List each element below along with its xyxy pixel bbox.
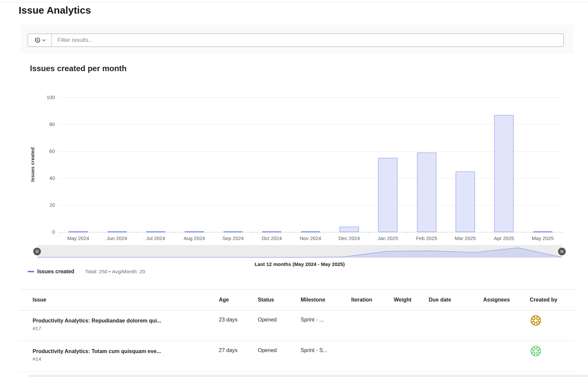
cell-milestone: Sprint - ... <box>301 311 351 323</box>
x-axis-tick <box>446 232 446 234</box>
issue-row-14: Productivity Analytics: Totam cum quisqu… <box>19 341 575 372</box>
bar-apr-2025[interactable] <box>494 115 514 232</box>
chart-zoom-slider[interactable] <box>37 245 562 258</box>
issue-link[interactable]: Productivity Analytics: Totam cum quisqu… <box>33 347 216 355</box>
y-tick-label-20: 20 <box>35 202 55 208</box>
bar-aug-2024[interactable] <box>185 231 204 232</box>
x-axis-tick <box>407 232 407 234</box>
issue-id: #17 <box>33 325 216 331</box>
x-tick-label-sep-2024: Sep 2024 <box>222 235 244 241</box>
bar-jun-2024[interactable] <box>107 231 127 232</box>
gridline-y-80 <box>59 124 562 125</box>
bar-jul-2024[interactable] <box>146 231 165 232</box>
column-header-weight: Weight <box>394 297 429 303</box>
column-header-age: Age <box>219 297 258 303</box>
column-header-status: Status <box>258 297 301 303</box>
x-tick-label-dec-2024: Dec 2024 <box>339 235 360 241</box>
bar-may-2025[interactable] <box>533 231 552 232</box>
legend-summary: Total: 250 • Avg/Month: 20 <box>85 269 145 275</box>
bar-dec-2024[interactable] <box>340 227 359 232</box>
filter-history-button[interactable] <box>28 34 52 47</box>
cell-weight <box>394 341 429 347</box>
y-tick-label-80: 80 <box>35 121 55 127</box>
cell-status: Opened <box>258 311 301 323</box>
x-axis-tick <box>485 232 485 234</box>
x-tick-label-feb-2025: Feb 2025 <box>416 235 437 241</box>
issue-link[interactable]: Productivity Analytics: Repudiandae dolo… <box>33 317 216 324</box>
x-tick-label-jun-2024: Jun 2024 <box>107 235 127 241</box>
legend-label: Issues created <box>37 269 74 275</box>
gridline-y-100 <box>59 97 562 98</box>
gridline-y-40 <box>59 178 562 179</box>
zoom-handle-left-icon[interactable] <box>33 248 41 255</box>
created-by-avatar[interactable] <box>530 346 541 356</box>
page-title: Issue Analytics <box>19 5 91 16</box>
issues-table: IssueAgeStatusMilestoneIterationWeightDu… <box>19 289 575 372</box>
filter-control <box>28 34 564 47</box>
x-tick-label-aug-2024: Aug 2024 <box>184 235 205 241</box>
chart-legend: Issues created Total: 250 • Avg/Month: 2… <box>28 269 145 275</box>
bar-feb-2025[interactable] <box>417 153 436 232</box>
x-axis-tick <box>523 232 524 234</box>
zoom-handle-right-icon[interactable] <box>558 248 566 255</box>
y-tick-label-100: 100 <box>35 94 55 100</box>
x-tick-label-jan-2025: Jan 2025 <box>377 235 398 241</box>
cell-due-date <box>429 311 483 317</box>
bar-oct-2024[interactable] <box>262 231 281 232</box>
cell-milestone: Sprint - S... <box>301 341 351 353</box>
y-tick-label-40: 40 <box>35 175 55 181</box>
x-tick-label-nov-2024: Nov 2024 <box>300 235 321 241</box>
cell-age: 23 days <box>219 311 258 323</box>
chart-title: Issues created per month <box>30 64 127 73</box>
column-header-milestone: Milestone <box>301 297 351 303</box>
x-axis-tick <box>214 232 214 234</box>
x-axis-tick <box>175 232 175 234</box>
x-axis-tick <box>59 232 59 234</box>
x-axis-tick <box>97 232 98 234</box>
bottom-strip <box>28 375 588 377</box>
cell-weight <box>394 311 429 317</box>
created-by-avatar[interactable] <box>530 315 541 326</box>
x-tick-label-jul-2024: Jul 2024 <box>146 235 165 241</box>
issues-per-month-chart: 020406080100May 2024Jun 2024Jul 2024Aug … <box>59 97 562 232</box>
zoom-slider-minimap <box>37 245 562 258</box>
chevron-down-icon <box>42 39 46 42</box>
cell-assignees <box>483 311 530 317</box>
x-tick-label-may-2024: May 2024 <box>67 235 89 241</box>
column-header-assignees: Assignees <box>483 297 530 303</box>
column-header-due-date: Due date <box>429 297 483 303</box>
cell-iteration <box>351 341 394 347</box>
x-tick-label-oct-2024: Oct 2024 <box>262 235 282 241</box>
x-axis-tick <box>291 232 291 234</box>
top-divider <box>0 2 588 3</box>
legend-dash-icon <box>28 271 34 272</box>
column-header-issue: Issue <box>19 297 219 303</box>
x-axis-tick <box>136 232 137 234</box>
bar-jan-2025[interactable] <box>378 158 397 232</box>
column-header-created-by: Created by <box>530 297 575 303</box>
x-tick-label-mar-2025: Mar 2025 <box>455 235 476 241</box>
cell-age: 27 days <box>219 341 258 353</box>
table-header-row: IssueAgeStatusMilestoneIterationWeightDu… <box>19 289 575 311</box>
cell-assignees <box>483 341 530 347</box>
x-tick-label-may-2025: May 2025 <box>532 235 554 241</box>
issue-analytics-page: Issue Analytics Issues crea <box>0 0 588 377</box>
issue-row-17: Productivity Analytics: Repudiandae dolo… <box>19 311 575 341</box>
history-icon <box>34 37 41 44</box>
x-axis-tick <box>252 232 253 234</box>
gridline-y-20 <box>59 205 562 205</box>
cell-due-date <box>429 341 483 347</box>
filter-results-input[interactable] <box>52 34 563 47</box>
gridline-y-60 <box>59 151 562 152</box>
cell-status: Opened <box>258 341 301 353</box>
bar-nov-2024[interactable] <box>301 231 320 232</box>
bar-sep-2024[interactable] <box>223 231 243 232</box>
bar-may-2024[interactable] <box>69 231 88 232</box>
bar-mar-2025[interactable] <box>456 172 475 232</box>
x-axis-tick <box>368 232 369 234</box>
x-axis-tick <box>562 232 562 234</box>
y-tick-label-60: 60 <box>35 148 55 154</box>
column-header-iteration: Iteration <box>351 297 394 303</box>
y-axis-title: Issues created <box>30 147 35 182</box>
chart-caption: Last 12 months (May 2024 - May 2025) <box>37 261 562 267</box>
